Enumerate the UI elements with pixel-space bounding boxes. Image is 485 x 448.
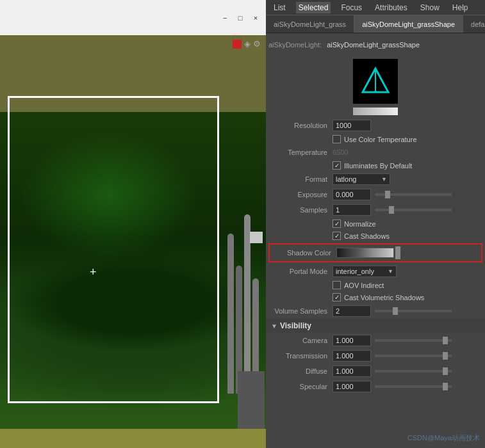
window-titlebar: − □ × xyxy=(0,0,266,35)
normalize-checkbox[interactable] xyxy=(333,220,341,228)
resolution-input[interactable] xyxy=(333,120,371,131)
specular-input[interactable] xyxy=(333,381,371,392)
tab-grass1[interactable]: aiSkyDomeLight_grass xyxy=(266,15,354,33)
maximize-button[interactable]: □ xyxy=(235,13,245,23)
volume-samples-slider[interactable] xyxy=(375,310,452,312)
illuminates-checkbox[interactable] xyxy=(333,161,341,170)
cast-vol-shadows-checkbox[interactable] xyxy=(333,293,341,301)
close-button[interactable]: × xyxy=(251,13,261,23)
format-row: Format latlong ▼ xyxy=(266,172,485,187)
portal-mode-row: Portal Mode interior_only ▼ xyxy=(266,264,485,279)
resolution-label: Resolution xyxy=(268,122,333,129)
format-value: latlong xyxy=(336,175,356,183)
scene-objects xyxy=(227,202,266,394)
format-label: Format xyxy=(268,175,333,183)
watermark: CSDN@Maya动画技术 xyxy=(407,433,480,443)
node-name-row: aiSkyDomeLight: aiSkyDomeLight_grassShap… xyxy=(266,38,485,51)
format-dropdown-arrow: ▼ xyxy=(381,176,387,182)
normalize-label: Normalize xyxy=(344,220,376,228)
color-swatch[interactable] xyxy=(353,108,398,115)
menu-show[interactable]: Show xyxy=(418,2,442,13)
exposure-input[interactable] xyxy=(333,189,371,200)
shadow-color-row: Shadow Color xyxy=(268,243,482,262)
tab-defa[interactable]: defa xyxy=(463,15,485,33)
menu-list[interactable]: List xyxy=(271,2,288,13)
viewport-panel: − □ × ◈ ⚙ + xyxy=(0,0,266,448)
diffuse-slider[interactable] xyxy=(375,370,452,372)
camera-slider[interactable] xyxy=(375,339,452,342)
aov-indirect-label: AOV Indirect xyxy=(344,282,384,289)
arnold-logo xyxy=(353,59,398,104)
use-color-temp-label: Use Color Temperature xyxy=(344,136,417,143)
shadow-color-field[interactable] xyxy=(336,246,479,259)
resolution-row: Resolution xyxy=(266,118,485,133)
shadow-color-gradient[interactable] xyxy=(336,248,394,258)
samples-row: Samples xyxy=(266,202,485,218)
specular-slider[interactable] xyxy=(375,385,452,388)
menu-focus[interactable]: Focus xyxy=(338,2,365,13)
exposure-slider[interactable] xyxy=(375,193,452,196)
node-value: aiSkyDomeLight_grassShape xyxy=(327,41,420,49)
use-color-temp-row: Use Color Temperature xyxy=(266,133,485,145)
shadow-color-thumb[interactable] xyxy=(395,246,400,259)
volume-samples-row: Volume Samples xyxy=(266,303,485,319)
transmission-label: Transmission xyxy=(268,352,333,360)
diffuse-input[interactable] xyxy=(333,365,371,377)
exposure-row: Exposure xyxy=(266,187,485,202)
aov-indirect-checkbox[interactable] xyxy=(333,281,341,289)
samples-input[interactable] xyxy=(333,204,371,216)
portal-mode-value: interior_only xyxy=(336,268,374,275)
portal-mode-label: Portal Mode xyxy=(268,268,333,275)
settings-icon[interactable]: ⚙ xyxy=(253,39,261,49)
illuminates-row: Illuminates By Default xyxy=(266,159,485,172)
menu-selected[interactable]: Selected xyxy=(296,2,331,13)
transmission-slider[interactable] xyxy=(375,355,452,357)
camera-row: Camera xyxy=(266,333,485,348)
diffuse-row: Diffuse xyxy=(266,364,485,379)
samples-label: Samples xyxy=(268,206,333,214)
cast-shadows-row: Cast Shadows xyxy=(266,230,485,242)
cast-vol-shadows-row: Cast Volumetric Shadows xyxy=(266,291,485,303)
bottom-bar xyxy=(0,429,266,448)
specular-row: Specular xyxy=(266,379,485,394)
illuminates-label: Illuminates By Default xyxy=(344,162,412,170)
temperature-value: 6500 xyxy=(333,148,348,156)
temperature-label: Temperature xyxy=(268,148,333,156)
visibility-section-header[interactable]: ▼ Visibility xyxy=(266,319,485,333)
normalize-row: Normalize xyxy=(266,218,485,230)
audio-icon[interactable]: ◈ xyxy=(244,39,251,49)
cast-vol-shadows-label: Cast Volumetric Shadows xyxy=(344,294,424,301)
viewport-toolbar: ◈ ⚙ xyxy=(233,39,261,49)
diffuse-label: Diffuse xyxy=(268,367,333,375)
cast-shadows-checkbox[interactable] xyxy=(333,232,341,240)
specular-label: Specular xyxy=(268,383,333,390)
visibility-section-arrow: ▼ xyxy=(271,323,277,330)
camera-label: Camera xyxy=(268,337,333,344)
menu-bar: List Selected Focus Attributes Show Help xyxy=(266,0,485,15)
transmission-row: Transmission xyxy=(266,348,485,364)
menu-help[interactable]: Help xyxy=(450,2,471,13)
tab-grassshape[interactable]: aiSkyDomeLight_grassShape xyxy=(354,15,463,33)
dark-object xyxy=(238,371,265,429)
content-area[interactable]: aiSkyDomeLight: aiSkyDomeLight_grassShap… xyxy=(266,33,485,448)
volume-samples-label: Volume Samples xyxy=(268,307,333,315)
minimize-button[interactable]: − xyxy=(220,13,230,23)
cast-shadows-label: Cast Shadows xyxy=(344,232,390,240)
exposure-label: Exposure xyxy=(268,191,333,198)
menu-attributes[interactable]: Attributes xyxy=(372,2,410,13)
camera-input[interactable] xyxy=(333,335,371,346)
temperature-row: Temperature 6500 xyxy=(266,145,485,159)
viewport-canvas[interactable]: ◈ ⚙ + xyxy=(0,35,266,448)
color-chip xyxy=(250,232,263,243)
format-dropdown[interactable]: latlong ▼ xyxy=(333,173,390,185)
portal-mode-dropdown[interactable]: interior_only ▼ xyxy=(333,266,397,277)
selection-rect xyxy=(8,96,219,403)
visibility-section-title: Visibility xyxy=(280,321,311,330)
volume-samples-input[interactable] xyxy=(333,305,371,317)
use-color-temp-checkbox[interactable] xyxy=(333,135,341,143)
tab-bar: aiSkyDomeLight_grass aiSkyDomeLight_gras… xyxy=(266,15,485,33)
transmission-input[interactable] xyxy=(333,350,371,362)
samples-slider[interactable] xyxy=(375,209,452,211)
record-indicator xyxy=(233,40,242,49)
crosshair: + xyxy=(90,266,97,279)
